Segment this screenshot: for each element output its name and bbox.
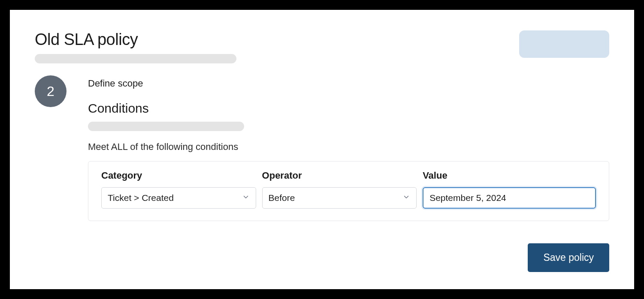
page-title: Old SLA policy [35,30,236,49]
value-column: Value [423,170,596,209]
category-label: Category [101,170,256,181]
step-indicator-column: 2 [35,75,67,107]
conditions-subtitle-placeholder [88,122,244,131]
header-left: Old SLA policy [35,30,236,63]
step-number-badge: 2 [35,75,67,107]
condition-row: Category Ticket > Created Operator Befor… [88,161,609,221]
step-heading: Define scope [88,78,609,89]
value-input[interactable] [423,187,596,209]
conditions-instruction: Meet ALL of the following conditions [88,141,609,152]
operator-column: Operator Before [262,170,417,209]
conditions-title: Conditions [88,101,609,116]
title-placeholder-bar [35,54,236,63]
category-select[interactable]: Ticket > Created [101,187,256,209]
operator-select[interactable]: Before [262,187,417,209]
step-content: Define scope Conditions Meet ALL of the … [88,75,609,221]
category-column: Category Ticket > Created [101,170,256,209]
value-label: Value [423,170,596,181]
chevron-down-icon [242,193,250,203]
policy-editor-panel: Old SLA policy 2 Define scope Conditions… [8,8,636,291]
category-select-value: Ticket > Created [108,193,174,203]
header-row: Old SLA policy [35,30,609,63]
step-row: 2 Define scope Conditions Meet ALL of th… [35,75,609,221]
operator-select-value: Before [269,193,295,203]
header-action-placeholder[interactable] [519,30,609,58]
chevron-down-icon [402,193,410,203]
operator-label: Operator [262,170,417,181]
footer-actions: Save policy [35,243,609,272]
save-policy-button[interactable]: Save policy [528,243,609,272]
